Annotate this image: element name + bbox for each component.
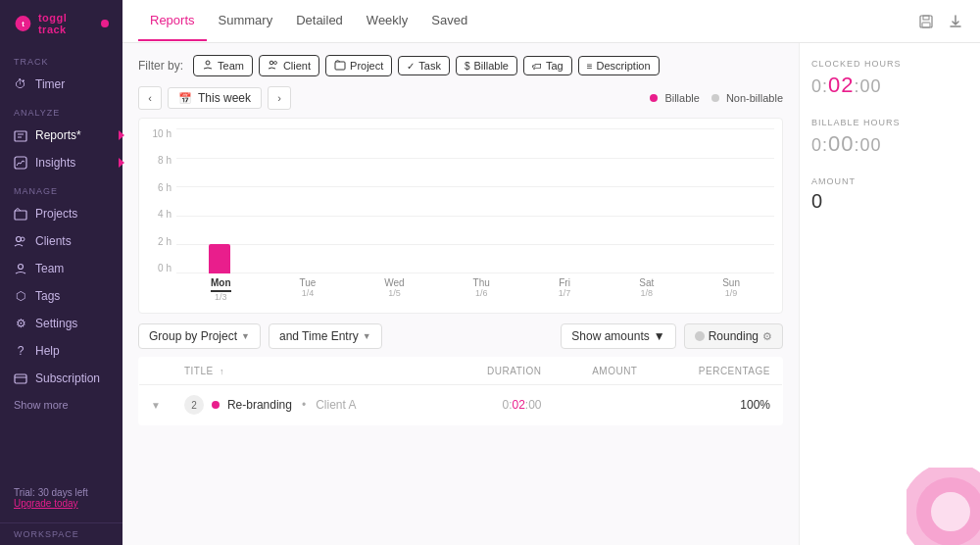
upgrade-link[interactable]: Upgrade today bbox=[14, 498, 109, 509]
data-table: TITLE ↑ DURATION AMOUNT PERCENTAGE ▼ bbox=[138, 357, 783, 425]
y-axis-labels: 10 h 8 h 6 h 4 h 2 h 0 h bbox=[139, 128, 176, 273]
svg-rect-5 bbox=[15, 157, 26, 169]
description-chip-label: Description bbox=[597, 60, 651, 72]
tab-summary[interactable]: Summary bbox=[207, 1, 285, 41]
rounding-btn[interactable]: Rounding ⚙ bbox=[684, 323, 783, 349]
report-area: Filter by: Team Client bbox=[122, 43, 799, 545]
row-title-cell: 2 Re-branding • Client A bbox=[172, 385, 445, 425]
save-icon[interactable] bbox=[917, 13, 935, 30]
sidebar-item-subscription[interactable]: Subscription bbox=[0, 365, 122, 392]
clients-icon bbox=[14, 234, 27, 248]
nav-tabs: Reports Summary Detailed Weekly Saved bbox=[138, 1, 479, 41]
insights-icon bbox=[14, 156, 27, 170]
amount-value: 0 bbox=[811, 190, 968, 213]
team-chip-icon bbox=[202, 59, 214, 73]
sidebar-item-tags[interactable]: ⬡ Tags bbox=[0, 282, 122, 310]
x-label-thu: Thu 1/6 bbox=[473, 277, 490, 298]
reports-icon bbox=[14, 128, 27, 142]
current-week-btn[interactable]: 📅 This week bbox=[168, 87, 262, 109]
sidebar-item-insights[interactable]: Insights bbox=[0, 149, 122, 176]
filter-chip-billable[interactable]: $ Billable bbox=[456, 56, 517, 75]
project-chip-label: Project bbox=[350, 60, 383, 72]
y-label-0h: 0 h bbox=[158, 263, 172, 273]
subscription-icon bbox=[14, 372, 27, 385]
right-panel: CLOCKED HOURS 0:02:00 BILLABLE HOURS 0:0… bbox=[799, 43, 980, 545]
group-by-arrow-icon: ▼ bbox=[241, 331, 250, 341]
track-section-label: TRACK bbox=[0, 47, 122, 71]
current-week-label: This week bbox=[198, 91, 251, 105]
col-duration: DURATION bbox=[445, 358, 554, 385]
sidebar-item-clients[interactable]: Clients bbox=[0, 227, 122, 255]
svg-rect-2 bbox=[15, 131, 26, 141]
billable-legend: Billable Non-billable bbox=[650, 92, 783, 104]
chart-area: 10 h 8 h 6 h 4 h 2 h 0 h bbox=[138, 118, 783, 314]
top-nav: Reports Summary Detailed Weekly Saved bbox=[122, 0, 980, 43]
tab-weekly[interactable]: Weekly bbox=[355, 1, 419, 41]
sidebar-item-settings[interactable]: ⚙ Settings bbox=[0, 310, 122, 337]
tab-saved[interactable]: Saved bbox=[419, 1, 479, 41]
sidebar-item-projects[interactable]: Projects bbox=[0, 200, 122, 227]
filter-chip-team[interactable]: Team bbox=[193, 55, 253, 76]
col-percentage: PERCENTAGE bbox=[649, 358, 782, 385]
collapse-icon[interactable]: ▼ bbox=[151, 400, 161, 411]
sidebar-item-timer[interactable]: ⏱ Timer bbox=[0, 71, 122, 98]
chart-bars bbox=[176, 128, 774, 273]
svg-rect-14 bbox=[922, 23, 930, 27]
group-by-btn[interactable]: Group by Project ▼ bbox=[138, 323, 261, 349]
sidebar-item-help[interactable]: ? Help bbox=[0, 337, 122, 365]
tag-chip-label: Tag bbox=[546, 60, 564, 72]
sidebar-item-team[interactable]: Team bbox=[0, 255, 122, 282]
x-day-fri: Fri bbox=[559, 277, 571, 288]
filter-chip-description[interactable]: ≡ Description bbox=[578, 56, 660, 75]
workspace-label: WORKSPACE bbox=[0, 522, 122, 545]
x-label-sat: Sat 1/8 bbox=[639, 277, 654, 298]
show-more-btn[interactable]: Show more bbox=[0, 392, 122, 418]
sidebar-item-reports[interactable]: Reports* bbox=[0, 122, 122, 149]
download-icon[interactable] bbox=[947, 13, 964, 30]
y-label-6h: 6 h bbox=[158, 182, 172, 193]
sidebar-item-label: Projects bbox=[35, 207, 77, 221]
sidebar-item-label: Settings bbox=[35, 317, 77, 330]
y-label-2h: 2 h bbox=[158, 236, 172, 247]
col-title[interactable]: TITLE ↑ bbox=[172, 358, 445, 385]
x-day-sat: Sat bbox=[639, 277, 654, 288]
non-billable-legend-label: Non-billable bbox=[726, 92, 783, 104]
tab-reports[interactable]: Reports bbox=[138, 1, 207, 41]
bar-mon bbox=[209, 128, 230, 273]
sidebar: t toggl track TRACK ⏱ Timer ANALYZE Repo… bbox=[0, 0, 122, 545]
clocked-hours-value: 0:02:00 bbox=[811, 73, 968, 98]
tab-detailed[interactable]: Detailed bbox=[284, 1, 355, 41]
svg-point-16 bbox=[270, 61, 273, 65]
time-entry-btn[interactable]: and Time Entry ▼ bbox=[269, 323, 382, 349]
next-week-btn[interactable]: › bbox=[268, 86, 291, 110]
team-icon bbox=[14, 262, 27, 275]
timer-icon: ⏱ bbox=[14, 77, 27, 91]
title-cell-content: 2 Re-branding • Client A bbox=[184, 395, 433, 415]
calendar-icon: 📅 bbox=[178, 92, 192, 105]
content-area: Filter by: Team Client bbox=[122, 43, 980, 545]
filter-chip-client[interactable]: Client bbox=[259, 55, 319, 76]
show-amounts-arrow-icon: ▼ bbox=[654, 329, 665, 343]
help-icon: ? bbox=[14, 344, 27, 358]
x-day-mon: Mon bbox=[211, 277, 231, 292]
main-content: Reports Summary Detailed Weekly Saved Fi… bbox=[122, 0, 980, 545]
x-date-thu: 1/6 bbox=[473, 288, 490, 298]
non-billable-legend-item: Non-billable bbox=[711, 92, 783, 104]
chart-grid bbox=[176, 128, 774, 273]
projects-icon bbox=[14, 207, 27, 221]
sidebar-bottom: Trial: 30 days left Upgrade today bbox=[0, 477, 122, 519]
client-chip-label: Client bbox=[283, 60, 311, 72]
settings-icon: ⚙ bbox=[14, 317, 27, 330]
prev-week-btn[interactable]: ‹ bbox=[138, 86, 162, 110]
project-name[interactable]: Re-branding bbox=[227, 398, 292, 412]
show-amounts-btn[interactable]: Show amounts ▼ bbox=[561, 323, 675, 349]
time-entry-label: and Time Entry bbox=[279, 329, 359, 343]
billable-zero-prefix: 0: bbox=[811, 135, 828, 155]
active-arrow bbox=[119, 130, 124, 140]
billable-zero-suffix: :00 bbox=[855, 135, 882, 155]
svg-point-15 bbox=[206, 61, 210, 65]
bullet-separator: • bbox=[302, 398, 306, 412]
filter-chip-tag[interactable]: 🏷 Tag bbox=[523, 56, 572, 75]
filter-chip-project[interactable]: Project bbox=[325, 55, 392, 76]
filter-chip-task[interactable]: ✓ Task bbox=[398, 56, 450, 75]
